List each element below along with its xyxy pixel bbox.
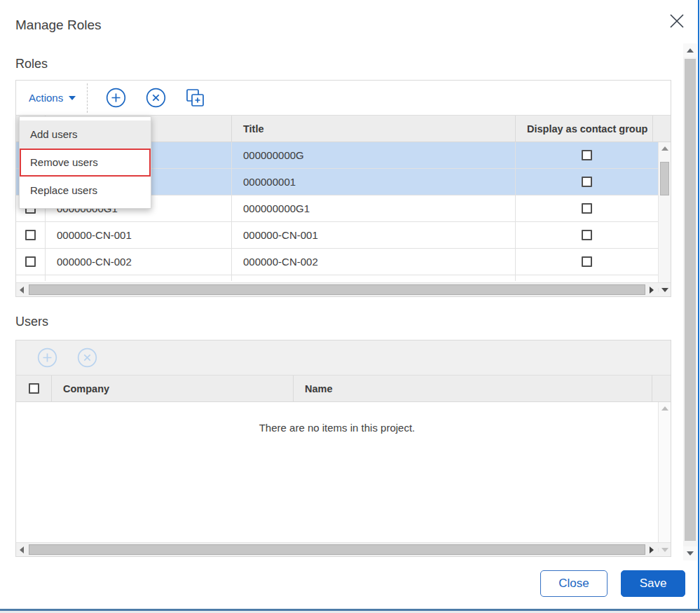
header-display-as-contact-group: Display as contact group	[516, 116, 653, 142]
save-button[interactable]: Save	[621, 570, 685, 597]
display-as-contact-group-cell	[516, 169, 658, 195]
role-name-cell: 000000-CN-001	[46, 222, 232, 248]
table-row[interactable]: 000000-CN-002000000-CN-002	[16, 249, 658, 275]
contact-group-checkbox[interactable]	[582, 256, 592, 267]
scroll-down-icon[interactable]	[658, 288, 671, 292]
scroll-up-icon[interactable]	[661, 146, 668, 151]
dialog-right-border	[698, 0, 699, 613]
remove-circle-icon[interactable]	[146, 88, 166, 108]
header-name: Name	[294, 376, 652, 401]
row-checkbox-cell	[16, 222, 46, 248]
users-toolbar	[16, 340, 671, 376]
users-vertical-scrollbar[interactable]	[658, 402, 671, 542]
actions-menu: Add users Remove users Replace users	[19, 116, 151, 209]
remove-circle-icon[interactable]	[77, 347, 97, 368]
scroll-down-icon[interactable]	[683, 546, 697, 560]
contact-group-checkbox[interactable]	[582, 203, 592, 214]
scroll-up-icon[interactable]	[683, 43, 697, 57]
row-checkbox[interactable]	[25, 230, 36, 240]
page-vertical-scrollbar[interactable]	[683, 43, 697, 560]
display-as-contact-group-cell	[516, 142, 658, 168]
users-table-body: There are no items in this project.	[16, 402, 671, 542]
close-icon[interactable]	[667, 11, 687, 31]
row-checkbox[interactable]	[25, 256, 36, 267]
menu-item-remove-users[interactable]: Remove users	[20, 149, 151, 177]
scroll-left-icon[interactable]	[16, 287, 27, 294]
add-circle-icon[interactable]	[37, 347, 57, 368]
scroll-right-icon[interactable]	[645, 287, 658, 294]
menu-item-add-users[interactable]: Add users	[20, 120, 151, 149]
users-table-header: Company Name	[16, 376, 671, 402]
scrollbar-thumb[interactable]	[660, 162, 669, 195]
actions-dropdown-button[interactable]: Actions	[29, 92, 76, 104]
menu-item-replace-users[interactable]: Replace users	[20, 177, 151, 205]
users-horizontal-scrollbar[interactable]	[16, 542, 671, 556]
header-filler	[652, 376, 671, 401]
table-row[interactable]: 000000-CN-001000000-CN-001	[16, 222, 658, 249]
role-title-cell: 000000000G1	[232, 195, 516, 221]
partial-row	[16, 275, 658, 281]
roles-section-label: Roles	[15, 57, 48, 71]
empty-state-message: There are no items in this project.	[16, 402, 671, 434]
scroll-up-icon[interactable]	[661, 406, 668, 411]
users-section-label: Users	[15, 315, 48, 329]
roles-horizontal-scrollbar[interactable]	[16, 282, 671, 296]
scrollbar-track[interactable]	[27, 283, 645, 296]
add-circle-icon[interactable]	[106, 88, 126, 108]
header-company: Company	[52, 376, 294, 401]
row-checkbox-cell	[16, 249, 46, 275]
role-title-cell: 000000-CN-001	[232, 222, 516, 248]
page-title: Manage Roles	[15, 18, 102, 33]
chevron-down-icon	[69, 96, 76, 100]
users-table: Company Name There are no items in this …	[15, 340, 671, 557]
contact-group-checkbox[interactable]	[582, 177, 592, 187]
header-filler	[653, 116, 671, 142]
display-as-contact-group-cell	[516, 195, 658, 221]
contact-group-checkbox[interactable]	[582, 150, 592, 160]
scrollbar-thumb[interactable]	[29, 544, 645, 555]
scrollbar-thumb[interactable]	[29, 284, 645, 295]
header-title: Title	[232, 116, 516, 142]
role-name-cell: 000000-CN-002	[46, 249, 232, 275]
scrollbar-thumb[interactable]	[685, 59, 696, 541]
scroll-down-icon	[658, 548, 671, 552]
roles-toolbar: Actions	[16, 81, 671, 116]
roles-vertical-scrollbar[interactable]	[658, 142, 671, 282]
role-title-cell: 000000001	[232, 169, 516, 195]
display-as-contact-group-cell	[516, 222, 658, 248]
role-title-cell: 000000000G	[232, 142, 516, 168]
display-as-contact-group-cell	[516, 249, 658, 275]
contact-group-checkbox[interactable]	[582, 230, 592, 240]
duplicate-plus-icon[interactable]	[186, 88, 205, 107]
actions-label: Actions	[29, 92, 63, 104]
toolbar-separator	[87, 83, 88, 113]
scroll-left-icon[interactable]	[16, 546, 27, 553]
close-button[interactable]: Close	[540, 570, 608, 597]
role-title-cell: 000000-CN-002	[232, 249, 516, 275]
select-all-checkbox[interactable]	[29, 383, 39, 394]
header-checkbox-cell	[16, 376, 52, 401]
scrollbar-track[interactable]	[27, 543, 645, 556]
dialog-footer: Close Save	[540, 570, 685, 597]
scroll-right-icon[interactable]	[645, 546, 658, 553]
